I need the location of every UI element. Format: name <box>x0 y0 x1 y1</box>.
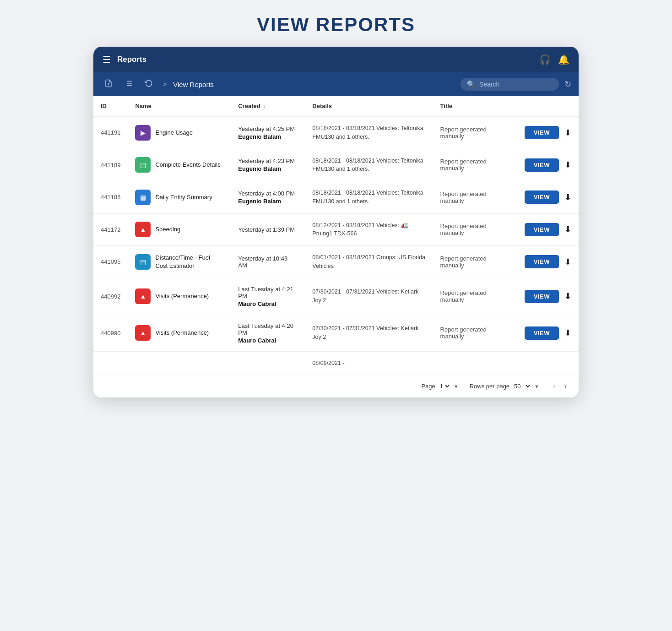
view-report-button[interactable]: VIEW <box>525 326 559 340</box>
download-icon[interactable]: ⬇ <box>564 291 571 301</box>
breadcrumb-arrow: > <box>163 81 167 88</box>
cell-name: ▤Daily Entity Summary <box>128 181 231 214</box>
cell-title: Report generated manually <box>433 149 517 181</box>
report-name-label: Visits (Permanence) <box>155 292 209 300</box>
app-title: Reports <box>117 55 146 64</box>
created-by: Eugenio Balam <box>238 133 298 140</box>
report-name-label: Speeding <box>155 225 180 234</box>
view-report-button[interactable]: VIEW <box>525 158 559 172</box>
hamburger-icon[interactable]: ☰ <box>103 54 111 65</box>
refresh-icon[interactable]: ↻ <box>564 79 571 89</box>
download-icon[interactable]: ⬇ <box>564 160 571 170</box>
page-dropdown-icon: ▼ <box>454 384 459 389</box>
search-box: 🔍 <box>461 78 559 91</box>
cell-created: Yesterday at 1:39 PM <box>231 213 305 246</box>
cell-name: ▤Distance/Time - Fuel Cost Estimator <box>128 246 231 278</box>
cell-created: Yesterday at 4:25 PMEugenio Balam <box>231 116 305 149</box>
created-time: Yesterday at 1:39 PM <box>238 226 298 233</box>
cell-id <box>93 351 128 375</box>
view-report-button[interactable]: VIEW <box>525 190 559 204</box>
table-row: 441186▤Daily Entity SummaryYesterday at … <box>93 181 579 214</box>
cell-id: 441191 <box>93 116 128 149</box>
list-icon[interactable] <box>121 76 136 92</box>
bell-icon[interactable]: 🔔 <box>558 54 569 65</box>
download-icon[interactable]: ⬇ <box>564 224 571 234</box>
cell-title: Report generated manually <box>433 246 517 278</box>
report-type-icon: ▤ <box>135 157 151 173</box>
reports-table-container: ID Name Created ↓ Details Title 441191▶E… <box>93 96 579 375</box>
cell-created: Last Tuesday at 4:21 PMMauro Cabral <box>231 278 305 315</box>
report-type-icon: ▶ <box>135 125 151 141</box>
history-icon[interactable] <box>141 76 157 92</box>
top-bar-left: ☰ Reports <box>103 54 146 65</box>
sub-bar: > View Reports 🔍 ↻ <box>93 72 579 96</box>
cell-details: 08/18/2021 - 08/18/2021 Vehicles: Telton… <box>305 116 433 149</box>
sub-bar-left: > View Reports <box>101 76 214 92</box>
col-title: Title <box>433 96 517 116</box>
view-report-button[interactable]: VIEW <box>525 126 559 139</box>
cell-details: 08/12/2021 - 08/18/2021 Vehicles: 🚛PruIn… <box>305 213 433 246</box>
cell-actions: VIEW⬇ <box>517 278 579 315</box>
page-selector: Page 1 2 3 ▼ <box>421 382 458 390</box>
cell-name: ▤Complete Events Details <box>128 149 231 181</box>
top-bar: ☰ Reports 🎧 🔔 <box>93 47 579 72</box>
col-name: Name <box>128 96 231 116</box>
table-row: 441189▤Complete Events DetailsYesterday … <box>93 149 579 181</box>
cell-id: 441095 <box>93 246 128 278</box>
created-time: Yesterday at 4:00 PM <box>238 190 298 197</box>
cell-title <box>433 351 517 375</box>
cell-name: ▲Visits (Permanence) <box>128 315 231 351</box>
cell-details: 08/09/2021 - <box>305 351 433 375</box>
cell-title: Report generated manually <box>433 213 517 246</box>
cell-id: 440992 <box>93 278 128 315</box>
cell-details: 08/18/2021 - 08/18/2021 Vehicles: Telton… <box>305 181 433 214</box>
sort-arrow: ↓ <box>263 103 266 109</box>
cell-actions: VIEW⬇ <box>517 213 579 246</box>
cell-actions: VIEW⬇ <box>517 116 579 149</box>
search-input[interactable] <box>479 81 553 88</box>
table-row: 440990▲Visits (Permanence)Last Tuesday a… <box>93 315 579 351</box>
cell-created <box>231 351 305 375</box>
breadcrumb-label: View Reports <box>173 81 214 88</box>
download-icon[interactable]: ⬇ <box>564 328 571 338</box>
view-report-button[interactable]: VIEW <box>525 290 559 303</box>
view-report-button[interactable]: VIEW <box>525 223 559 236</box>
created-time: Last Tuesday at 4:21 PM <box>238 286 298 299</box>
report-name-label: Engine Usage <box>155 129 193 137</box>
download-icon[interactable]: ⬇ <box>564 257 571 267</box>
cell-details: 07/30/2021 - 07/31/2021 Vehicles: Ketlar… <box>305 315 433 351</box>
cell-details: 08/01/2021 - 08/18/2021 Groups: US Flori… <box>305 246 433 278</box>
next-page-button[interactable]: › <box>561 381 569 392</box>
created-by: Eugenio Balam <box>238 165 298 172</box>
page-label: Page <box>421 383 435 390</box>
rows-select[interactable]: 50 25 100 <box>512 382 531 390</box>
app-container: ☰ Reports 🎧 🔔 <box>93 47 579 397</box>
cell-actions <box>517 351 579 375</box>
col-created[interactable]: Created ↓ <box>231 96 305 116</box>
search-icon: 🔍 <box>467 80 476 88</box>
page-select[interactable]: 1 2 3 <box>438 382 451 390</box>
view-report-button[interactable]: VIEW <box>525 255 559 268</box>
report-type-icon: ▲ <box>135 325 151 341</box>
cell-name <box>128 351 231 375</box>
download-icon[interactable]: ⬇ <box>564 192 571 202</box>
table-row: 440992▲Visits (Permanence)Last Tuesday a… <box>93 278 579 315</box>
cell-details: 07/30/2021 - 07/31/2021 Vehicles: Ketlar… <box>305 278 433 315</box>
col-id: ID <box>93 96 128 116</box>
download-icon[interactable]: ⬇ <box>564 128 571 138</box>
table-header-row: ID Name Created ↓ Details Title <box>93 96 579 116</box>
page-main-title: VIEW REPORTS <box>257 14 415 36</box>
pagination-nav: ‹ › <box>550 381 569 392</box>
report-name-label: Visits (Permanence) <box>155 329 209 337</box>
table-footer: Page 1 2 3 ▼ Rows per page 50 25 100 ▼ ‹… <box>93 375 579 397</box>
report-type-icon: ▤ <box>135 190 151 205</box>
cell-actions: VIEW⬇ <box>517 149 579 181</box>
headphone-icon[interactable]: 🎧 <box>539 54 551 65</box>
sub-bar-right: 🔍 ↻ <box>461 78 571 91</box>
new-report-icon[interactable] <box>101 76 116 92</box>
cell-name: ▶Engine Usage <box>128 116 231 149</box>
report-name-label: Complete Events Details <box>155 161 220 169</box>
report-type-icon: ▲ <box>135 222 151 237</box>
report-type-icon: ▲ <box>135 288 151 304</box>
prev-page-button[interactable]: ‹ <box>550 381 558 392</box>
